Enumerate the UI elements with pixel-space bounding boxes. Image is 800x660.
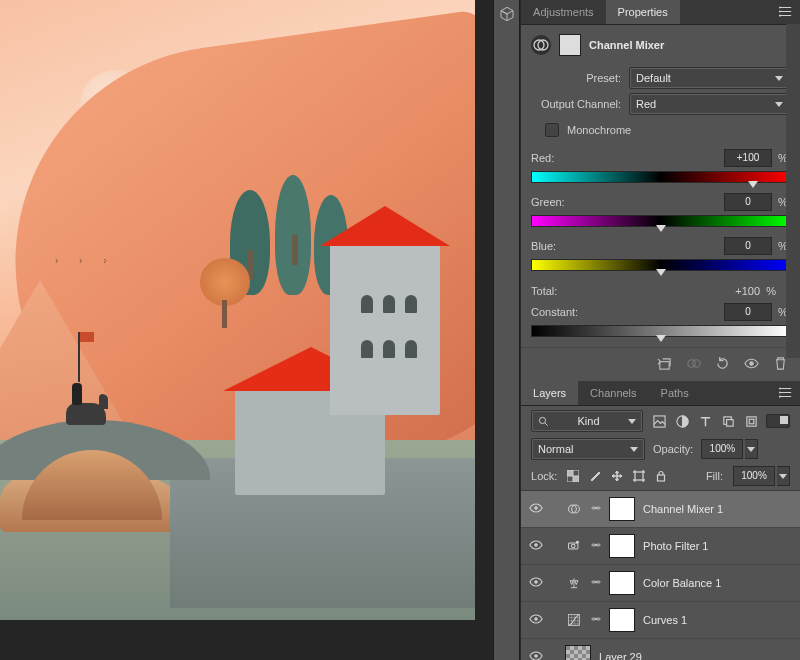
constant-value[interactable]: 0 (724, 303, 772, 321)
tab-paths[interactable]: Paths (649, 381, 701, 405)
panel-menu-icon[interactable] (771, 386, 800, 401)
lock-all-icon[interactable] (655, 470, 667, 482)
tab-adjustments[interactable]: Adjustments (521, 0, 606, 24)
fill-value[interactable]: 100% (733, 466, 775, 486)
pct-symbol: % (766, 285, 776, 297)
layer-name[interactable]: Curves 1 (643, 614, 687, 626)
preset-select[interactable]: Default (629, 67, 790, 89)
search-icon (538, 416, 549, 427)
layers-panel: Layers Channels Paths Kind (521, 381, 800, 660)
svg-point-4 (693, 360, 701, 368)
constant-slider[interactable]: Constant: 0 % (531, 303, 790, 337)
monochrome-checkbox[interactable] (545, 123, 559, 137)
svg-rect-10 (727, 419, 734, 426)
svg-rect-17 (658, 475, 665, 481)
output-channel-select[interactable]: Red (629, 93, 790, 115)
monochrome-label: Monochrome (567, 124, 631, 136)
filter-adjustment-icon[interactable] (676, 415, 689, 428)
channel-mixer-icon (531, 35, 551, 55)
svg-point-23 (534, 543, 538, 547)
layer-mask-icon[interactable] (559, 34, 581, 56)
chevron-down-icon (628, 419, 636, 424)
lock-pixels-icon[interactable] (589, 470, 601, 482)
visibility-toggle[interactable] (529, 649, 543, 660)
channel-mixer-icon (565, 500, 583, 518)
opacity-value[interactable]: 100% (701, 439, 743, 459)
link-icon[interactable] (591, 614, 601, 626)
layer-row-channel-mixer[interactable]: Channel Mixer 1 (521, 491, 800, 528)
layer-filter-kind-select[interactable]: Kind (531, 410, 643, 432)
red-label: Red: (531, 152, 724, 164)
opacity-input[interactable]: 100% (701, 439, 758, 459)
total-label: Total: (531, 285, 557, 297)
filter-smartobject-icon[interactable] (745, 415, 758, 428)
clip-to-layer-icon[interactable] (657, 356, 672, 371)
link-icon[interactable] (591, 540, 601, 552)
tab-channels[interactable]: Channels (578, 381, 648, 405)
layer-name[interactable]: Photo Filter 1 (643, 540, 708, 552)
scrollbar[interactable] (786, 24, 800, 358)
visibility-toggle[interactable] (529, 612, 543, 628)
blue-slider[interactable]: Blue: 0 % (531, 237, 790, 271)
red-value[interactable]: +100 (724, 149, 772, 167)
layer-thumbnail[interactable] (609, 571, 635, 595)
output-channel-value: Red (636, 98, 656, 110)
blend-mode-value: Normal (538, 443, 573, 455)
properties-footer-icons (521, 347, 800, 381)
svg-point-25 (571, 544, 575, 548)
filter-type-icon[interactable] (699, 415, 712, 428)
svg-rect-2 (660, 362, 669, 370)
layer-thumbnail[interactable] (609, 497, 635, 521)
output-channel-label: Output Channel: (531, 98, 621, 110)
layer-row-color-balance[interactable]: Color Balance 1 (521, 565, 800, 602)
green-slider[interactable]: Green: 0 % (531, 193, 790, 227)
chevron-down-icon[interactable] (745, 439, 758, 459)
lock-position-icon[interactable] (611, 470, 623, 482)
filter-pixel-icon[interactable] (653, 415, 666, 428)
layer-row-pixel[interactable]: Layer 29 (521, 639, 800, 660)
document-canvas[interactable]: › › › (0, 0, 493, 660)
visibility-toggle[interactable] (529, 575, 543, 591)
layer-thumbnail[interactable] (565, 645, 591, 660)
constant-label: Constant: (531, 306, 724, 318)
cube-3d-icon[interactable] (499, 6, 515, 22)
tab-layers[interactable]: Layers (521, 381, 578, 405)
visibility-icon[interactable] (744, 356, 759, 371)
layer-row-curves[interactable]: Curves 1 (521, 602, 800, 639)
collapsed-dock[interactable] (493, 0, 520, 660)
svg-rect-14 (567, 470, 573, 476)
lock-artboard-icon[interactable] (633, 470, 645, 482)
fill-input[interactable]: 100% (733, 466, 790, 486)
trash-icon[interactable] (773, 356, 788, 371)
panel-menu-icon[interactable] (771, 5, 800, 20)
visibility-toggle[interactable] (529, 501, 543, 517)
layer-row-photo-filter[interactable]: Photo Filter 1 (521, 528, 800, 565)
reset-icon[interactable] (715, 356, 730, 371)
tab-properties[interactable]: Properties (606, 0, 680, 24)
blend-mode-select[interactable]: Normal (531, 438, 645, 460)
visibility-toggle[interactable] (529, 538, 543, 554)
filter-shape-icon[interactable] (722, 415, 735, 428)
svg-point-6 (539, 417, 545, 423)
layer-name[interactable]: Layer 29 (599, 651, 642, 660)
view-previous-state-icon[interactable] (686, 356, 701, 371)
filter-toggle[interactable] (766, 414, 790, 428)
layer-list[interactable]: Channel Mixer 1 Photo Filter 1 Color Bal… (521, 490, 800, 660)
preset-label: Preset: (531, 72, 621, 84)
chevron-down-icon[interactable] (777, 466, 790, 486)
layer-thumbnail[interactable] (609, 608, 635, 632)
opacity-label: Opacity: (653, 443, 693, 455)
link-icon[interactable] (591, 503, 601, 515)
layer-thumbnail[interactable] (609, 534, 635, 558)
link-icon[interactable] (591, 577, 601, 589)
photo-filter-icon (565, 537, 583, 555)
artwork-illustration: › › › (0, 0, 475, 620)
lock-transparency-icon[interactable] (567, 470, 579, 482)
color-balance-icon (565, 574, 583, 592)
layer-name[interactable]: Color Balance 1 (643, 577, 721, 589)
blue-value[interactable]: 0 (724, 237, 772, 255)
green-value[interactable]: 0 (724, 193, 772, 211)
preset-value: Default (636, 72, 671, 84)
red-slider[interactable]: Red: +100 % (531, 149, 790, 183)
layer-name[interactable]: Channel Mixer 1 (643, 503, 723, 515)
